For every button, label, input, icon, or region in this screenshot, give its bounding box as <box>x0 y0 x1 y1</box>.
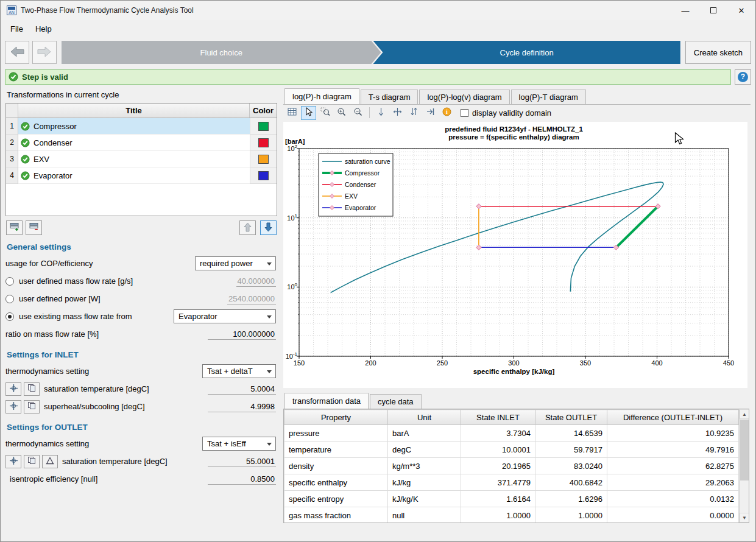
minimize-button[interactable]: — <box>671 1 699 20</box>
mass-flow-source-select[interactable]: Evaporator <box>174 309 276 323</box>
down-arrow-icon <box>264 222 272 234</box>
tab-log-p-log-v-diagram[interactable]: log(P)-log(v) diagram <box>419 90 509 104</box>
color-column-header[interactable]: Color <box>250 104 277 118</box>
forward-button[interactable] <box>32 41 57 64</box>
outlet-saturation-temperature-degc-field[interactable]: 55.0001 <box>208 456 276 467</box>
radio-button[interactable] <box>5 312 14 321</box>
wizard-navbar: Fluid choice Cycle definition Create ske… <box>1 37 755 68</box>
color-swatch <box>258 138 269 147</box>
scroll-up-icon[interactable]: ▲ <box>740 409 749 419</box>
tab-log-p-h-diagram[interactable]: log(P)-h diagram <box>284 88 359 104</box>
transformation-row-exv[interactable]: 3 EXV <box>6 151 277 167</box>
color-swatch-button[interactable] <box>250 151 277 167</box>
transformation-row-compressor[interactable]: 1 Compressor <box>6 118 277 135</box>
double-marker-icon <box>410 107 418 118</box>
pick-from-diagram-button[interactable] <box>5 455 21 468</box>
data-grid-tool-button[interactable] <box>284 106 300 120</box>
data-row-specific-enthalpy[interactable]: specific enthalpykJ/kg371.4779400.684229… <box>284 474 739 491</box>
pick-from-diagram-button[interactable] <box>5 400 21 414</box>
option-label: user defined mass flow rate [g/s] <box>19 276 133 286</box>
transformation-title: Compressor <box>34 122 77 131</box>
help-button[interactable]: ? <box>735 69 751 85</box>
crosshair-icon <box>9 456 18 467</box>
zoom-region-tool-button[interactable] <box>317 106 333 120</box>
info-tool-button[interactable]: i <box>439 106 454 120</box>
move-up-button[interactable] <box>239 220 256 235</box>
inlet-superheat-subcooling-degc-field[interactable]: 4.9998 <box>208 401 276 412</box>
tab-log-p-t-diagram[interactable]: log(P)-T diagram <box>511 90 586 104</box>
right-panel: log(P)-h diagramT-s diagramlog(P)-log(v)… <box>282 86 755 541</box>
titlebar: AN Two-Phase Flow Thermodynamic Cycle An… <box>1 1 755 20</box>
back-button[interactable] <box>5 41 29 64</box>
ratio-field[interactable]: 100.000000 <box>208 328 276 340</box>
column-header-state-outlet[interactable]: State OUTLET <box>535 410 607 425</box>
setting-row: saturation temperature [degC] 5.0004 <box>5 380 277 398</box>
validity-domain-checkbox[interactable] <box>461 109 468 117</box>
row-number[interactable]: 1 <box>6 118 18 135</box>
delta-mode-button[interactable] <box>42 455 58 468</box>
option-value-field[interactable]: 2540.000000 <box>227 293 276 304</box>
close-button[interactable]: ✕ <box>727 1 755 20</box>
maximize-button[interactable] <box>699 1 727 20</box>
inlet-saturation-temperature-degc-field[interactable]: 5.0004 <box>208 383 276 395</box>
usage-select[interactable]: required power <box>195 256 276 270</box>
step-cycle-definition[interactable]: Cycle definition <box>373 41 680 64</box>
table-scrollbar[interactable]: ▲ ▼ <box>739 409 749 523</box>
row-number[interactable]: 2 <box>6 135 18 151</box>
transformation-row-evaporator[interactable]: 4 Evaporator <box>6 167 277 184</box>
menu-help[interactable]: Help <box>29 22 58 36</box>
pick-from-diagram-button[interactable] <box>5 382 21 396</box>
remove-transformation-button[interactable] <box>26 220 42 235</box>
row-number[interactable]: 4 <box>6 167 18 184</box>
copy-value-button[interactable] <box>24 455 40 468</box>
cross-marker-tool-button[interactable] <box>390 106 405 120</box>
tab-transformation-data[interactable]: transformation data <box>284 393 369 409</box>
data-row-temperature[interactable]: temperaturedegC10.000159.791749.7916 <box>284 442 739 458</box>
vertical-marker-tool-button[interactable] <box>373 106 389 120</box>
tab-t-s-diagram[interactable]: T-s diagram <box>361 90 419 104</box>
cursor-tool-button[interactable] <box>301 106 316 120</box>
column-header-state-inlet[interactable]: State INLET <box>461 410 535 425</box>
color-swatch-button[interactable] <box>250 167 277 184</box>
radio-button[interactable] <box>5 277 14 286</box>
outlet-thermo-select[interactable]: Tsat + isEff <box>202 437 276 451</box>
column-header-difference-outlet-inlet[interactable]: Difference (OUTLET-INLET) <box>607 410 739 425</box>
data-row-pressure[interactable]: pressurebarA3.730414.653910.9235 <box>284 425 739 442</box>
inlet-thermo-select[interactable]: Tsat + deltaT <box>202 364 276 378</box>
title-column-header[interactable]: Title <box>18 104 250 118</box>
transformations-table: Title Color 1 Compressor 2 Condenser <box>5 103 277 216</box>
data-row-density[interactable]: densitykg/m**320.196583.024062.8275 <box>284 458 739 474</box>
radio-button[interactable] <box>5 295 14 303</box>
forward-arrow-icon <box>37 46 52 60</box>
move-down-button[interactable] <box>260 220 277 235</box>
copy-value-button[interactable] <box>24 382 40 396</box>
zoom-in-tool-button[interactable] <box>334 106 349 120</box>
valid-check-icon <box>9 72 18 82</box>
add-transformation-button[interactable] <box>6 220 23 235</box>
delta-icon <box>46 457 54 466</box>
zoom-out-tool-button[interactable] <box>350 106 366 120</box>
outlet-isentropic-efficiency-null-field[interactable]: 0.8500 <box>208 473 276 485</box>
column-header-property[interactable]: Property <box>284 410 388 425</box>
data-row-gas-mass-fraction[interactable]: gas mass fractionnull1.00001.00000.0000 <box>284 507 739 524</box>
tab-cycle-data[interactable]: cycle data <box>370 394 422 409</box>
copy-value-button[interactable] <box>24 400 40 414</box>
row-number[interactable]: 3 <box>6 151 18 167</box>
status-bar: Step is valid <box>5 69 731 85</box>
menu-file[interactable]: File <box>4 22 29 36</box>
create-sketch-button[interactable]: Create sketch <box>685 41 751 64</box>
double-marker-tool-button[interactable] <box>406 106 422 120</box>
scrollbar-thumb[interactable] <box>740 420 749 480</box>
color-swatch-button[interactable] <box>250 118 277 135</box>
svg-text:Compressor: Compressor <box>345 169 380 177</box>
step-fluid-choice[interactable]: Fluid choice <box>62 41 381 64</box>
snap-marker-tool-button[interactable] <box>423 106 438 120</box>
ph-diagram-chart[interactable]: 15020025030035040045010210110010-1specif… <box>283 122 747 388</box>
data-row-specific-entropy[interactable]: specific entropykJ/kg/K1.61641.62960.013… <box>284 491 739 507</box>
scroll-down-icon[interactable]: ▼ <box>740 513 749 523</box>
svg-text:pressure = f(specific enthalpy: pressure = f(specific enthalpy) diagram <box>448 133 579 141</box>
column-header-unit[interactable]: Unit <box>388 410 461 425</box>
option-value-field[interactable]: 40.000000 <box>236 275 276 287</box>
color-swatch-button[interactable] <box>250 135 277 151</box>
transformation-row-condenser[interactable]: 2 Condenser <box>6 135 277 151</box>
